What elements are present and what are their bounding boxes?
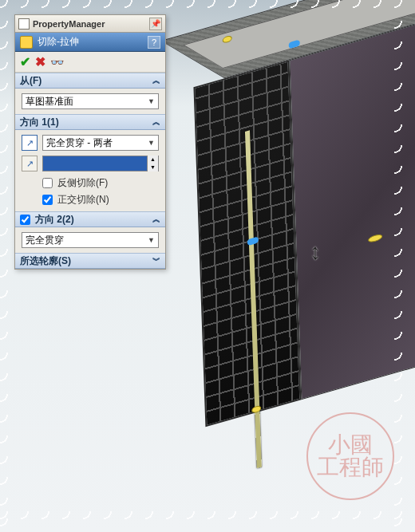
pm-title: PropertyManager	[33, 19, 105, 29]
section-from-label: 从(F)	[20, 74, 42, 88]
dir2-end-condition-value: 完全贯穿	[26, 234, 64, 247]
flip-side-checkbox[interactable]: 反侧切除(F)	[42, 176, 159, 190]
section-dir2-label: 方向 2(2)	[35, 213, 74, 227]
section-dir2-body: 完全贯穿 ▼	[15, 227, 165, 253]
section-dir1-body: ↗ 完全贯穿 - 两者 ▼ ↗ ▲▼ 反侧切除(F) 正交切除(N)	[15, 130, 165, 211]
dir1-depth-input[interactable]: ▲▼	[42, 156, 159, 171]
dir2-end-condition-select[interactable]: 完全贯穿 ▼	[22, 232, 159, 248]
from-select[interactable]: 草图基准面 ▼	[22, 93, 159, 109]
chevron-down-icon: ︾	[152, 255, 160, 266]
chevron-down-icon: ▼	[148, 139, 155, 147]
draft-button[interactable]: ↗	[22, 156, 38, 171]
graphics-viewport[interactable]: ↕	[136, 32, 407, 524]
dir1-end-condition-value: 完全贯穿 - 两者	[46, 136, 113, 150]
cut-extrude-icon	[20, 36, 33, 49]
dir2-enable-checkbox[interactable]	[20, 215, 30, 225]
reverse-direction-button[interactable]: ↗	[22, 135, 38, 151]
property-manager-panel: PropertyManager 📌 切除-拉伸 ? ✔ ✖ 👓 从(F) ︽ 草…	[14, 14, 166, 270]
ok-button[interactable]: ✔	[20, 54, 30, 69]
chevron-down-icon: ▼	[148, 236, 155, 244]
section-contours-label: 所选轮廓(S)	[20, 254, 71, 268]
feature-titlebar: 切除-拉伸 ?	[15, 33, 165, 52]
pin-icon[interactable]: 📌	[149, 18, 162, 30]
cancel-button[interactable]: ✖	[35, 54, 45, 69]
model-body	[192, 0, 415, 475]
chevron-up-icon: ︽	[152, 75, 160, 86]
from-select-value: 草图基准面	[26, 95, 73, 108]
chevron-down-icon: ▼	[148, 97, 155, 105]
normal-cut-label: 正交切除(N)	[57, 193, 109, 207]
model-face-side	[289, 19, 415, 400]
dir1-depth-value	[43, 156, 147, 171]
section-dir1-label: 方向 1(1)	[20, 116, 59, 129]
confirm-row: ✔ ✖ 👓	[15, 52, 165, 73]
model-rod	[245, 130, 262, 468]
chevron-up-icon: ︽	[152, 116, 160, 128]
chevron-up-icon: ︽	[152, 214, 160, 225]
section-contours-header[interactable]: 所选轮廓(S) ︾	[15, 253, 165, 269]
section-dir1-header[interactable]: 方向 1(1) ︽	[15, 114, 165, 130]
feature-title: 切除-拉伸	[38, 35, 79, 49]
help-button[interactable]: ?	[148, 36, 160, 49]
direction-arrow-icon[interactable]: ↕	[310, 238, 321, 266]
normal-cut-input[interactable]	[42, 195, 53, 205]
section-dir2-header[interactable]: 方向 2(2) ︽	[15, 211, 165, 227]
flip-side-input[interactable]	[42, 178, 53, 188]
normal-cut-checkbox[interactable]: 正交切除(N)	[42, 193, 159, 207]
spinner-icon[interactable]: ▲▼	[147, 156, 158, 171]
dir1-end-condition-select[interactable]: 完全贯穿 - 两者 ▼	[42, 135, 159, 151]
pm-tab-icon[interactable]	[18, 18, 30, 30]
section-from-header[interactable]: 从(F) ︽	[15, 73, 165, 89]
section-from-body: 草图基准面 ▼	[15, 89, 165, 114]
pm-titlebar: PropertyManager 📌	[15, 15, 165, 33]
flip-side-label: 反侧切除(F)	[57, 176, 108, 190]
preview-button[interactable]: 👓	[50, 56, 64, 69]
